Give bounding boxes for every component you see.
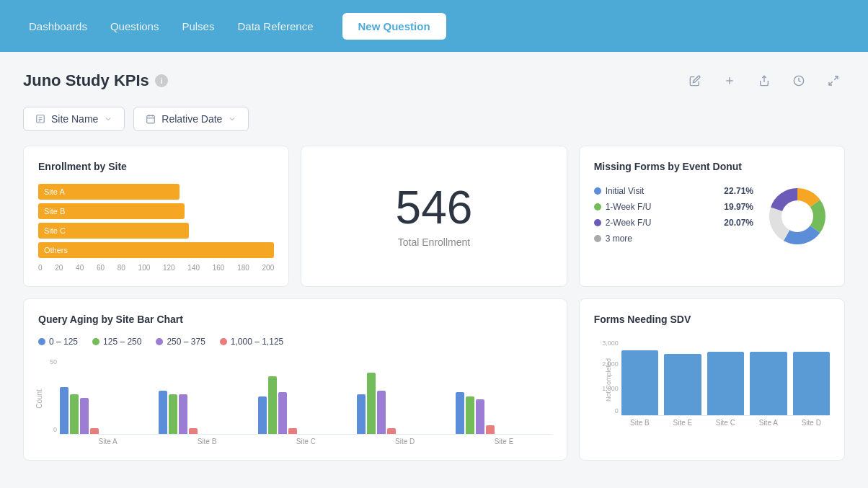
bar-label-c: Site C xyxy=(38,226,71,235)
site-c-bar-3 xyxy=(278,392,287,434)
sdv-y-0: 0 xyxy=(615,407,619,414)
site-d-bar-1 xyxy=(357,394,366,434)
donut-legend: Initial Visit 22.71% 1-Week F/U 19.97% 2… xyxy=(594,186,753,249)
legend-3-more: 3 more xyxy=(594,234,753,244)
query-legend: 0 – 125 125 – 250 250 – 375 1,000 – 1,12… xyxy=(38,337,552,347)
site-d-bar-2 xyxy=(367,373,376,434)
info-icon[interactable]: i xyxy=(155,74,168,87)
site-c-bar-1 xyxy=(258,396,267,434)
bar-others: Others xyxy=(38,242,274,258)
sdv-chart-wrapper: 3,000 2,000 1,000 0 xyxy=(594,337,830,427)
nav-pulses[interactable]: Pulses xyxy=(182,20,214,32)
legend-initial-visit: Initial Visit 22.71% xyxy=(594,186,753,196)
add-button[interactable] xyxy=(718,69,741,92)
site-b-group xyxy=(159,391,254,434)
x-label-site-d: Site D xyxy=(357,438,453,445)
sdv-bar-site-d xyxy=(793,352,830,415)
legend-label-2week: 2-Week F/U xyxy=(606,218,652,228)
query-aging-card: Query Aging by Site Bar Chart 0 – 125 12… xyxy=(23,298,567,461)
dot-initial-visit xyxy=(594,187,601,195)
history-button[interactable] xyxy=(787,69,810,92)
fullscreen-button[interactable] xyxy=(822,69,845,92)
sdv-y-3000: 3,000 xyxy=(602,340,619,347)
bar-label-others: Others xyxy=(38,246,74,254)
top-nav: Dashboards Questions Pulses Data Referen… xyxy=(0,0,868,52)
dot-0-125 xyxy=(38,338,45,345)
site-b-bar-3 xyxy=(179,394,187,434)
legend-pct-1week: 19.97% xyxy=(717,202,753,212)
site-e-bar-3 xyxy=(476,399,484,434)
legend-0-125: 0 – 125 xyxy=(38,337,78,347)
site-a-group xyxy=(60,387,156,434)
sdv-bar-site-c xyxy=(707,352,744,415)
query-x-labels: Site A Site B Site C Site D Site E xyxy=(38,438,552,445)
bar-site-c: Site C xyxy=(38,223,274,239)
site-c-bar-4 xyxy=(288,428,297,434)
edit-button[interactable] xyxy=(683,69,707,92)
sdv-label-d: Site D xyxy=(793,419,830,427)
legend-pct-2week: 20.07% xyxy=(717,218,753,228)
svg-line-5 xyxy=(829,81,833,85)
svg-line-4 xyxy=(834,76,838,80)
sdv-label-e: Site E xyxy=(664,419,701,427)
legend-250-375: 250 – 375 xyxy=(156,337,205,347)
legend-label-1week: 1-Week F/U xyxy=(606,202,652,212)
site-e-bar-4 xyxy=(486,425,495,434)
relative-date-label: Relative Date xyxy=(161,113,222,125)
site-b-bar-4 xyxy=(189,428,198,434)
site-c-bar-2 xyxy=(268,376,277,434)
site-e-group xyxy=(456,392,552,434)
share-button[interactable] xyxy=(753,69,776,92)
dashboard-title-text: Juno Study KPIs xyxy=(23,71,149,90)
new-question-button[interactable]: New Question xyxy=(342,13,446,40)
filter-icon xyxy=(35,114,45,124)
total-enrollment-card: 546 Total Enrollment xyxy=(301,146,567,287)
sdv-bar-site-b xyxy=(621,350,658,415)
donut-chart xyxy=(765,184,830,252)
header-actions xyxy=(683,69,845,92)
svg-rect-10 xyxy=(147,115,155,123)
query-aging-title: Query Aging by Site Bar Chart xyxy=(38,314,552,325)
dashboard-header: Juno Study KPIs i xyxy=(23,69,845,92)
enrollment-by-site-card: Enrollment by Site Site A Site B xyxy=(23,146,289,287)
site-a-bar-1 xyxy=(60,387,68,434)
query-chart-wrapper: 50 0 xyxy=(38,355,552,445)
calendar-icon xyxy=(146,114,156,124)
sdv-label-c: Site C xyxy=(707,419,744,427)
nav-questions[interactable]: Questions xyxy=(110,20,159,32)
chevron-down-icon-2 xyxy=(228,115,236,123)
site-b-bar-2 xyxy=(169,394,177,434)
svg-point-19 xyxy=(781,200,813,232)
site-a-bar-3 xyxy=(80,398,89,434)
donut-content: Initial Visit 22.71% 1-Week F/U 19.97% 2… xyxy=(594,184,830,252)
forms-sdv-card: Forms Needing SDV 3,000 2,000 1,000 0 xyxy=(579,298,845,461)
legend-1000-1125: 1,000 – 1,125 xyxy=(220,337,283,347)
sdv-label-b: Site B xyxy=(621,419,658,427)
chevron-down-icon xyxy=(104,115,112,123)
y-tick-50: 50 xyxy=(50,358,57,365)
nav-dashboards[interactable]: Dashboards xyxy=(29,20,87,32)
dot-250-375 xyxy=(156,338,163,345)
dashboard-title: Juno Study KPIs i xyxy=(23,71,168,90)
missing-forms-card: Missing Forms by Event Donut Initial Vis… xyxy=(579,146,845,287)
x-axis: 0 20 40 60 80 100 120 140 160 180 200 xyxy=(38,264,274,272)
sdv-y-axis-label: Not Completed xyxy=(605,358,612,402)
legend-2-week: 2-Week F/U 20.07% xyxy=(594,218,753,228)
total-label: Total Enrollment xyxy=(398,236,470,248)
main-content: Juno Study KPIs i Site Name xyxy=(0,52,868,478)
site-d-group xyxy=(357,373,453,434)
bar-site-a: Site A xyxy=(38,184,274,200)
site-a-bar-2 xyxy=(70,394,79,434)
missing-forms-title: Missing Forms by Event Donut xyxy=(594,161,830,172)
nav-data-reference[interactable]: Data Reference xyxy=(237,20,313,32)
sdv-bar-site-a xyxy=(750,352,787,415)
relative-date-filter[interactable]: Relative Date xyxy=(133,107,249,131)
dashboard-grid: Enrollment by Site Site A Site B xyxy=(23,146,845,461)
filters-bar: Site Name Relative Date xyxy=(23,107,845,131)
site-name-filter[interactable]: Site Name xyxy=(23,107,125,131)
sdv-x-labels: Site B Site E Site C Site A Site D xyxy=(594,419,830,427)
y-axis-count: Count xyxy=(35,389,43,409)
sdv-bar-site-e xyxy=(664,354,701,415)
site-b-bar-1 xyxy=(159,391,167,434)
sdv-bars xyxy=(621,337,830,416)
